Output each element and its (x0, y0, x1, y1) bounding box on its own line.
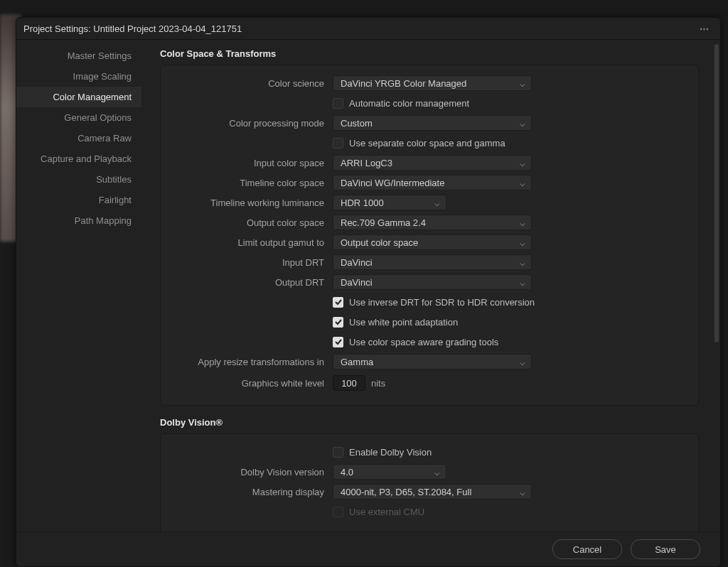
label-cs-aware: Use color space aware grading tools (349, 337, 498, 347)
sidebar: Master Settings Image Scaling Color Mana… (16, 40, 141, 531)
chevron-down-icon: ⌵ (520, 237, 525, 248)
checkbox-separate-cs[interactable]: Use separate color space and gamma (333, 138, 505, 148)
project-name: Untitled Project 2023-04-04_121751 (93, 23, 242, 34)
scrollbar-thumb[interactable] (714, 44, 719, 342)
value-timeline-lum: HDR 1000 (341, 198, 384, 208)
value-dolby-version: 4.0 (341, 467, 353, 477)
label-timeline-lum: Timeline working luminance (173, 198, 333, 208)
dialog-body: Master Settings Image Scaling Color Mana… (16, 40, 720, 531)
label-gwl: Graphics white level (173, 378, 333, 389)
project-settings-dialog: Project Settings: Untitled Project 2023-… (16, 17, 721, 567)
checkbox-enable-dolby[interactable]: Enable Dolby Vision (333, 447, 432, 458)
dialog-footer: Cancel Save (16, 531, 720, 566)
label-timeline-cs: Timeline color space (173, 178, 333, 188)
dropdown-input-drt[interactable]: DaVinci ⌵ (333, 254, 532, 270)
dropdown-timeline-lum[interactable]: HDR 1000 ⌵ (333, 195, 446, 210)
chevron-down-icon: ⌵ (520, 217, 525, 228)
titlebar: Project Settings: Untitled Project 2023-… (16, 18, 720, 40)
dropdown-timeline-cs[interactable]: DaVinci WG/Intermediate ⌵ (333, 175, 532, 190)
label-cpm: Color processing mode (173, 118, 333, 129)
sidebar-item-capture-and-playback[interactable]: Capture and Playback (16, 148, 141, 169)
label-color-science: Color science (173, 78, 333, 89)
chevron-down-icon: ⌵ (520, 257, 525, 268)
dropdown-cpm[interactable]: Custom ⌵ (333, 115, 532, 131)
checkbox-inverse-drt[interactable]: Use inverse DRT for SDR to HDR conversio… (333, 297, 535, 308)
dialog-title: Project Settings: Untitled Project 2023-… (23, 23, 697, 34)
chevron-down-icon: ⌵ (434, 467, 440, 477)
save-button[interactable]: Save (631, 539, 700, 559)
unit-nits: nits (371, 378, 385, 389)
sidebar-item-subtitles[interactable]: Subtitles (16, 169, 141, 190)
label-separate-cs: Use separate color space and gamma (349, 138, 505, 148)
dropdown-resize[interactable]: Gamma ⌵ (333, 354, 532, 369)
value-mastering-display: 4000-nit, P3, D65, ST.2084, Full (341, 487, 471, 497)
scrollbar[interactable] (714, 44, 719, 531)
chevron-down-icon: ⌵ (520, 178, 525, 188)
checkbox-cs-aware[interactable]: Use color space aware grading tools (333, 337, 498, 347)
section-title-color-space: Color Space & Transforms (160, 48, 699, 59)
section-title-dolby: Dolby Vision® (160, 417, 699, 428)
content-wrap: Color Space & Transforms Color science D… (141, 40, 720, 531)
checkbox-automatic-cm[interactable]: Automatic color management (333, 98, 469, 109)
chevron-down-icon: ⌵ (520, 487, 525, 497)
value-input-cs: ARRI LogC3 (341, 158, 392, 168)
label-input-cs: Input color space (173, 158, 333, 168)
checkbox-white-point[interactable]: Use white point adaptation (333, 317, 458, 328)
input-graphics-white-level[interactable] (333, 375, 365, 391)
panel-dolby-vision: Enable Dolby Vision Dolby Vision version… (160, 433, 699, 531)
sidebar-item-path-mapping[interactable]: Path Mapping (16, 210, 141, 231)
label-input-drt: Input DRT (173, 257, 333, 268)
value-input-drt: DaVinci (341, 257, 373, 268)
value-color-science: DaVinci YRGB Color Managed (341, 78, 466, 89)
label-enable-dolby: Enable Dolby Vision (349, 447, 432, 458)
value-resize: Gamma (341, 357, 373, 367)
label-external-cmu: Use external CMU (349, 507, 424, 517)
title-prefix: Project Settings: (23, 23, 93, 34)
label-mastering-display: Mastering display (173, 487, 333, 497)
dropdown-limit-gamut[interactable]: Output color space ⌵ (333, 234, 532, 250)
dropdown-output-cs[interactable]: Rec.709 Gamma 2.4 ⌵ (333, 215, 532, 230)
chevron-down-icon: ⌵ (520, 78, 525, 89)
chevron-down-icon: ⌵ (520, 158, 525, 168)
dropdown-color-science[interactable]: DaVinci YRGB Color Managed ⌵ (333, 75, 532, 91)
sidebar-item-general-options[interactable]: General Options (16, 107, 141, 128)
dropdown-dolby-version[interactable]: 4.0 ⌵ (333, 464, 446, 480)
content-scroll: Color Space & Transforms Color science D… (141, 40, 713, 531)
more-menu-icon[interactable]: ⋯ (697, 23, 713, 34)
value-output-cs: Rec.709 Gamma 2.4 (341, 217, 426, 228)
sidebar-item-color-management[interactable]: Color Management (16, 87, 141, 107)
sidebar-item-camera-raw[interactable]: Camera Raw (16, 128, 141, 148)
dropdown-mastering-display[interactable]: 4000-nit, P3, D65, ST.2084, Full ⌵ (333, 484, 532, 500)
chevron-down-icon: ⌵ (520, 118, 525, 129)
label-automatic-cm: Automatic color management (349, 98, 469, 109)
label-dolby-version: Dolby Vision version (173, 467, 333, 477)
cancel-button[interactable]: Cancel (552, 539, 622, 559)
value-cpm: Custom (341, 118, 373, 129)
label-white-point: Use white point adaptation (349, 317, 458, 328)
sidebar-item-image-scaling[interactable]: Image Scaling (16, 66, 141, 87)
chevron-down-icon: ⌵ (434, 198, 440, 208)
dropdown-input-cs[interactable]: ARRI LogC3 ⌵ (333, 155, 532, 171)
panel-color-space: Color science DaVinci YRGB Color Managed… (160, 65, 699, 406)
label-limit-gamut: Limit output gamut to (173, 237, 333, 248)
chevron-down-icon: ⌵ (520, 357, 525, 367)
value-limit-gamut: Output color space (341, 237, 418, 248)
dropdown-output-drt[interactable]: DaVinci ⌵ (333, 274, 532, 290)
value-output-drt: DaVinci (341, 277, 373, 288)
label-inverse-drt: Use inverse DRT for SDR to HDR conversio… (349, 297, 535, 308)
chevron-down-icon: ⌵ (520, 277, 525, 288)
label-resize: Apply resize transformations in (173, 357, 333, 367)
checkbox-external-cmu: Use external CMU (333, 507, 424, 517)
sidebar-item-fairlight[interactable]: Fairlight (16, 190, 141, 210)
value-timeline-cs: DaVinci WG/Intermediate (341, 178, 444, 188)
label-output-cs: Output color space (173, 217, 333, 228)
sidebar-item-master-settings[interactable]: Master Settings (16, 45, 141, 66)
label-output-drt: Output DRT (173, 277, 333, 288)
